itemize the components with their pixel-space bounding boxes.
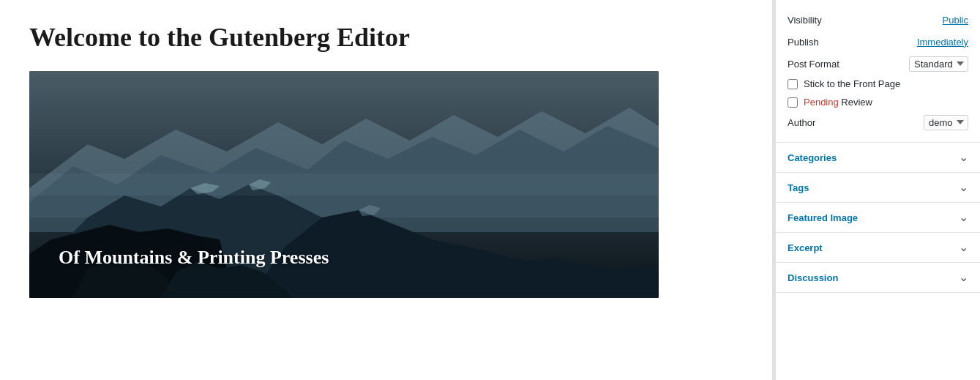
categories-chevron-icon: ⌄ [959, 152, 968, 163]
featured-image-chevron-icon: ⌄ [959, 212, 968, 223]
featured-image-section: Featured Image ⌄ [776, 203, 980, 233]
post-format-row: Post Format Standard Aside Image Video Q… [788, 53, 968, 75]
publish-value[interactable]: Immediately [917, 37, 968, 48]
tags-header[interactable]: Tags ⌄ [776, 173, 980, 202]
discussion-title: Discussion [788, 272, 838, 283]
sidebar-panel: Visibility Public Publish Immediately Po… [775, 0, 980, 380]
post-format-label: Post Format [788, 59, 839, 70]
excerpt-header[interactable]: Excerpt ⌄ [776, 233, 980, 262]
categories-header[interactable]: Categories ⌄ [776, 143, 980, 172]
post-format-select[interactable]: Standard Aside Image Video Quote Link Ga… [909, 56, 968, 72]
categories-title: Categories [788, 152, 837, 163]
discussion-chevron-icon: ⌄ [959, 272, 968, 283]
excerpt-chevron-icon: ⌄ [959, 242, 968, 253]
visibility-label: Visibility [788, 15, 822, 26]
stick-to-front-row: Stick to the Front Page [788, 75, 968, 93]
featured-image-header[interactable]: Featured Image ⌄ [776, 203, 980, 232]
excerpt-section: Excerpt ⌄ [776, 233, 980, 263]
stick-to-front-label[interactable]: Stick to the Front Page [804, 78, 900, 89]
publish-row: Publish Immediately [788, 31, 968, 53]
hero-caption: Of Mountains & Printing Presses [59, 247, 329, 269]
tags-title: Tags [788, 182, 809, 193]
discussion-section: Discussion ⌄ [776, 263, 980, 293]
svg-rect-11 [29, 174, 659, 195]
tags-section: Tags ⌄ [776, 173, 980, 203]
publish-settings: Visibility Public Publish Immediately Po… [776, 0, 980, 143]
pending-highlight: Pending [804, 97, 839, 108]
stick-to-front-checkbox[interactable] [788, 79, 798, 89]
pending-review-row: Pending Review [788, 93, 968, 111]
author-select[interactable]: demo [924, 115, 968, 130]
discussion-header[interactable]: Discussion ⌄ [776, 263, 980, 292]
visibility-row: Visibility Public [788, 9, 968, 31]
author-row: Author demo [788, 111, 968, 133]
visibility-value[interactable]: Public [943, 15, 968, 26]
pending-review-label[interactable]: Pending Review [804, 97, 872, 108]
publish-label: Publish [788, 37, 819, 48]
featured-image-title: Featured Image [788, 212, 858, 223]
author-label: Author [788, 117, 815, 128]
pending-review-checkbox[interactable] [788, 97, 798, 108]
editor-content: Welcome to the Gutenberg Editor [0, 0, 772, 380]
excerpt-title: Excerpt [788, 242, 823, 253]
hero-image-block: Of Mountains & Printing Presses [29, 71, 659, 298]
tags-chevron-icon: ⌄ [959, 182, 968, 193]
categories-section: Categories ⌄ [776, 143, 980, 173]
hero-image-bg: Of Mountains & Printing Presses [29, 71, 659, 298]
post-title[interactable]: Welcome to the Gutenberg Editor [29, 22, 410, 53]
